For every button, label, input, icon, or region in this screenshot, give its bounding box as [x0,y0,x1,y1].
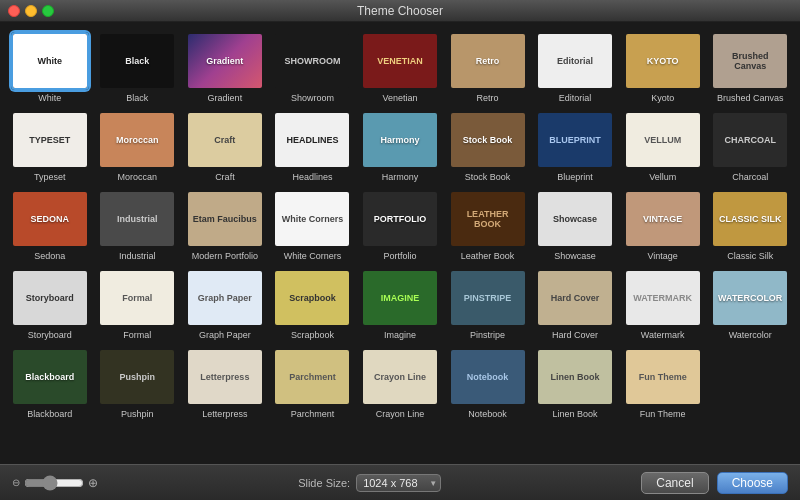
theme-item-watercolor[interactable]: WATERCOLORWatercolor [710,269,790,340]
theme-thumb-label-formal: Formal [120,291,154,305]
theme-item-stockbook[interactable]: Stock BookStock Book [448,111,528,182]
theme-name-typeset: Typeset [34,172,66,182]
theme-item-charcoal[interactable]: CHARCOALCharcoal [710,111,790,182]
theme-thumb-sedona: SEDONA [11,190,89,248]
theme-item-notebook[interactable]: NotebookNotebook [448,348,528,419]
theme-thumb-label-black: Black [123,54,151,68]
close-button[interactable] [8,5,20,17]
theme-item-industrial[interactable]: IndustrialIndustrial [98,190,178,261]
theme-item-headlines[interactable]: HEADLINESHeadlines [273,111,353,182]
theme-item-imagine[interactable]: IMAGINEImagine [360,269,440,340]
theme-name-editorial: Editorial [559,93,592,103]
theme-thumb-label-letterpress: Letterpress [198,370,251,384]
theme-thumb-label-pushpin: Pushpin [118,370,158,384]
theme-item-watermark[interactable]: WATERMARKWatermark [623,269,703,340]
theme-thumb-editorial: Editorial [536,32,614,90]
theme-item-gradient[interactable]: GradientGradient [185,32,265,103]
zoom-slider[interactable] [24,475,84,491]
theme-item-craft[interactable]: CraftCraft [185,111,265,182]
theme-item-parchment[interactable]: ParchmentParchment [273,348,353,419]
theme-name-formal: Formal [123,330,151,340]
theme-item-hardcover[interactable]: Hard CoverHard Cover [535,269,615,340]
theme-item-sedona[interactable]: SEDONASedona [10,190,90,261]
theme-item-formal[interactable]: FormalFormal [98,269,178,340]
theme-item-linenbook[interactable]: Linen BookLinen Book [535,348,615,419]
theme-thumb-pinstripe: PINSTRIPE [449,269,527,327]
theme-thumb-brushed: Brushed Canvas [711,32,789,90]
theme-item-blueprint[interactable]: BLUEPRINTBlueprint [535,111,615,182]
theme-thumb-label-crayonline: Crayon Line [372,370,428,384]
choose-button[interactable]: Choose [717,472,788,494]
theme-name-notebook: Notebook [468,409,507,419]
theme-item-graphpaper[interactable]: Graph PaperGraph Paper [185,269,265,340]
theme-item-whitecorners[interactable]: White CornersWhite Corners [273,190,353,261]
theme-item-black[interactable]: BlackBlack [98,32,178,103]
theme-grid: WhiteWhiteBlackBlackGradientGradientSHOW… [0,22,800,464]
theme-item-funtheme[interactable]: Fun ThemeFun Theme [623,348,703,419]
theme-name-craft: Craft [215,172,235,182]
theme-name-vellum: Vellum [649,172,676,182]
theme-item-leatherbook[interactable]: LEATHER BOOKLeather Book [448,190,528,261]
theme-thumb-craft: Craft [186,111,264,169]
theme-item-kyoto[interactable]: KYOTOKyoto [623,32,703,103]
theme-item-editorial[interactable]: EditorialEditorial [535,32,615,103]
theme-item-moroccan[interactable]: MoroccanMoroccan [98,111,178,182]
theme-item-showcase[interactable]: ShowcaseShowcase [535,190,615,261]
theme-item-showroom[interactable]: SHOWROOMShowroom [273,32,353,103]
theme-name-storyboard: Storyboard [28,330,72,340]
theme-thumb-label-vellum: VELLUM [642,133,683,147]
theme-name-gradient: Gradient [208,93,243,103]
theme-item-storyboard[interactable]: StoryboardStoryboard [10,269,90,340]
minimize-button[interactable] [25,5,37,17]
theme-name-black: Black [126,93,148,103]
maximize-button[interactable] [42,5,54,17]
theme-thumb-classicsilk: CLASSIC SILK [711,190,789,248]
theme-item-typeset[interactable]: TYPESETTypeset [10,111,90,182]
theme-thumb-label-funtheme: Fun Theme [637,370,689,384]
theme-thumb-stockbook: Stock Book [449,111,527,169]
titlebar: Theme Chooser [0,0,800,22]
theme-name-classicsilk: Classic Silk [727,251,773,261]
theme-thumb-label-pinstripe: PINSTRIPE [462,291,514,305]
theme-item-brushed[interactable]: Brushed CanvasBrushed Canvas [710,32,790,103]
theme-thumb-label-editorial: Editorial [555,54,595,68]
theme-thumb-pushpin: Pushpin [98,348,176,406]
theme-thumb-label-industrial: Industrial [115,212,160,226]
theme-name-venetian: Venetian [382,93,417,103]
theme-item-white[interactable]: WhiteWhite [10,32,90,103]
theme-item-letterpress[interactable]: LetterpressLetterpress [185,348,265,419]
theme-item-retro[interactable]: RetroRetro [448,32,528,103]
theme-item-venetian[interactable]: VENETIANVenetian [360,32,440,103]
theme-item-pinstripe[interactable]: PINSTRIPEPinstripe [448,269,528,340]
theme-thumb-watermark: WATERMARK [624,269,702,327]
theme-name-scrapbook: Scrapbook [291,330,334,340]
cancel-button[interactable]: Cancel [641,472,708,494]
theme-thumb-hardcover: Hard Cover [536,269,614,327]
theme-name-blackboard: Blackboard [27,409,72,419]
theme-item-vellum[interactable]: VELLUMVellum [623,111,703,182]
theme-thumb-label-portfolio: PORTFOLIO [372,212,429,226]
theme-thumb-label-imagine: IMAGINE [379,291,422,305]
theme-item-blackboard[interactable]: BlackboardBlackboard [10,348,90,419]
theme-name-graphpaper: Graph Paper [199,330,251,340]
theme-thumb-funtheme: Fun Theme [624,348,702,406]
theme-item-pushpin[interactable]: PushpinPushpin [98,348,178,419]
theme-item-harmony[interactable]: HarmonyHarmony [360,111,440,182]
window-title: Theme Chooser [357,4,443,18]
theme-item-crayonline[interactable]: Crayon LineCrayon Line [360,348,440,419]
theme-thumb-portfolio: PORTFOLIO [361,190,439,248]
theme-item-modernportfolio[interactable]: Etam FaucibusModern Portfolio [185,190,265,261]
theme-name-watercolor: Watercolor [729,330,772,340]
theme-thumb-label-harmony: Harmony [378,133,421,147]
theme-thumb-formal: Formal [98,269,176,327]
theme-thumb-industrial: Industrial [98,190,176,248]
slide-size-select[interactable]: 1024 x 768 1920 x 1080 800 x 600 [356,474,441,492]
theme-name-pinstripe: Pinstripe [470,330,505,340]
theme-item-classicsilk[interactable]: CLASSIC SILKClassic Silk [710,190,790,261]
theme-thumb-harmony: Harmony [361,111,439,169]
theme-item-portfolio[interactable]: PORTFOLIOPortfolio [360,190,440,261]
theme-name-modernportfolio: Modern Portfolio [192,251,258,261]
theme-item-scrapbook[interactable]: ScrapbookScrapbook [273,269,353,340]
theme-item-vintage[interactable]: VINTAGEVintage [623,190,703,261]
theme-name-imagine: Imagine [384,330,416,340]
